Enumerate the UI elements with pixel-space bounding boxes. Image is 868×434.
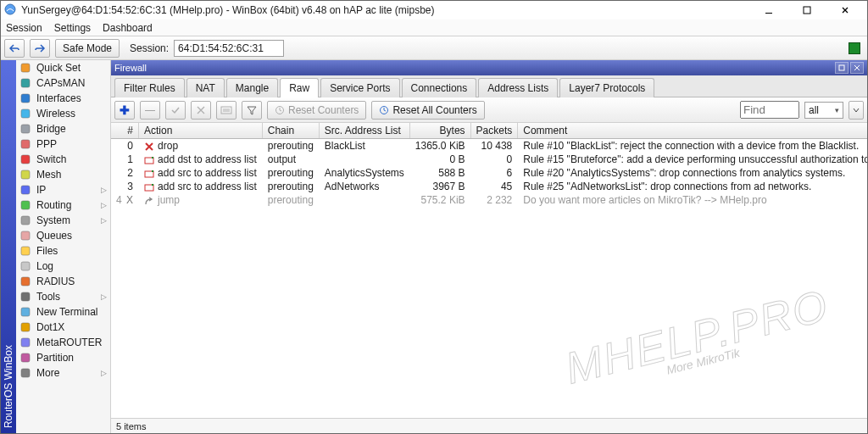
window-close-button[interactable]	[826, 1, 864, 19]
add-button[interactable]: ✚	[114, 101, 135, 120]
sidebar-item-queues[interactable]: Queues	[16, 228, 110, 243]
sidebar-item-label: Quick Set	[36, 62, 81, 74]
svg-rect-24	[839, 65, 844, 70]
disable-button[interactable]	[191, 101, 211, 120]
sidebar-item-radius[interactable]: RADIUS	[16, 274, 110, 289]
sidebar-icon	[19, 138, 31, 150]
panel-restore-button[interactable]	[835, 62, 849, 74]
table-row[interactable]: 3add src to address listpreroutingAdNetw…	[111, 180, 867, 193]
table-row[interactable]: 2add src to address listpreroutingAnalyt…	[111, 166, 867, 180]
sidebar-item-routing[interactable]: Routing▷	[16, 198, 110, 213]
svg-rect-23	[21, 369, 30, 377]
sidebar-item-capsman[interactable]: CAPsMAN	[16, 75, 110, 91]
sidebar-item-ppp[interactable]: PPP	[16, 136, 110, 152]
menu-settings[interactable]: Settings	[54, 22, 91, 34]
comment-button[interactable]	[216, 101, 236, 120]
sidebar-item-label: System	[36, 214, 70, 226]
panel-close-button[interactable]	[850, 62, 864, 74]
tab-service-ports[interactable]: Service Ports	[320, 78, 399, 97]
tab-mangle[interactable]: Mangle	[226, 78, 278, 97]
sidebar-icon	[19, 352, 31, 364]
sidebar-item-label: MetaROUTER	[36, 337, 102, 348]
table-header-row: #ActionChainSrc. Address ListBytesPacket…	[111, 123, 867, 139]
column-filter-select[interactable]: all	[804, 102, 843, 119]
sidebar-item-partition[interactable]: Partition	[16, 350, 110, 365]
chevron-right-icon: ▷	[101, 292, 107, 301]
sidebar-item-log[interactable]: Log	[16, 259, 110, 274]
menu-dashboard[interactable]: Dashboard	[103, 22, 153, 34]
chevron-right-icon: ▷	[101, 201, 107, 209]
sidebar-item-ip[interactable]: IP▷	[16, 182, 110, 198]
svg-rect-20	[21, 323, 30, 331]
tab-raw[interactable]: Raw	[280, 78, 319, 97]
redo-button[interactable]	[30, 39, 50, 58]
sidebar-item-switch[interactable]: Switch	[16, 152, 110, 167]
svg-rect-21	[21, 338, 30, 347]
table-row[interactable]: 1add dst to address listoutput0 B0Rule #…	[111, 153, 867, 166]
sidebar-item-interfaces[interactable]: Interfaces	[16, 91, 110, 106]
undo-button[interactable]	[4, 39, 25, 58]
session-field[interactable]: 64:D1:54:52:6C:31	[174, 40, 284, 57]
sidebar-item-wireless[interactable]: Wireless	[16, 106, 110, 121]
tab-nat[interactable]: NAT	[186, 78, 225, 97]
enable-button[interactable]	[165, 101, 186, 120]
menu-session[interactable]: Session	[6, 22, 42, 34]
chevron-right-icon: ▷	[101, 369, 107, 377]
sidebar-item-files[interactable]: Files	[16, 243, 110, 259]
svg-rect-14	[21, 231, 30, 240]
column-header[interactable]: Bytes	[409, 123, 470, 139]
safe-mode-button[interactable]: Safe Mode	[55, 39, 120, 58]
column-header[interactable]: Src. Address List	[319, 123, 409, 139]
svg-rect-19	[21, 308, 30, 316]
sidebar-item-dot1x[interactable]: Dot1X	[16, 320, 110, 335]
column-header[interactable]: Packets	[470, 123, 518, 139]
sidebar-item-label: PPP	[36, 138, 57, 150]
sidebar-icon	[19, 153, 31, 165]
window-title: YunSergey@64:D1:54:52:6C:31 (MHelp.pro) …	[21, 4, 749, 16]
tab-connections[interactable]: Connections	[402, 78, 477, 97]
sidebar-icon	[19, 77, 31, 89]
remove-button[interactable]: —	[140, 101, 160, 120]
sidebar-item-label: Log	[36, 260, 53, 272]
sidebar-item-new-terminal[interactable]: New Terminal	[16, 304, 110, 320]
branding-strip: RouterOS WinBox	[1, 60, 16, 433]
reset-counters-button[interactable]: Reset Counters	[267, 101, 366, 120]
filter-button[interactable]	[242, 101, 262, 120]
sidebar-icon	[19, 245, 31, 257]
chevron-right-icon: ▷	[101, 216, 107, 225]
statusbar: 5 items	[111, 418, 867, 433]
column-header[interactable]: Comment	[518, 123, 867, 139]
column-header[interactable]: Chain	[262, 123, 319, 139]
connection-status-indicator	[849, 42, 860, 54]
sidebar-item-bridge[interactable]: Bridge	[16, 121, 110, 136]
sidebar-icon	[19, 199, 31, 211]
sidebar-item-more[interactable]: More▷	[16, 365, 110, 381]
svg-rect-3	[21, 64, 30, 72]
sidebar-item-label: IP	[36, 184, 46, 196]
jump-icon	[144, 196, 154, 206]
svg-rect-2	[804, 7, 810, 14]
sidebar-item-quick-set[interactable]: Quick Set	[16, 60, 110, 75]
table-row[interactable]: 0droppreroutingBlackList1365.0 KiB10 438…	[111, 139, 867, 153]
column-header[interactable]: #	[111, 123, 139, 139]
column-header[interactable]: Action	[139, 123, 263, 139]
tabbar: Filter RulesNATMangleRawService PortsCon…	[111, 75, 867, 97]
sidebar-item-tools[interactable]: Tools▷	[16, 289, 110, 304]
reset-all-counters-button[interactable]: Reset All Counters	[371, 101, 484, 120]
window-minimize-button[interactable]	[749, 1, 787, 19]
filter-dropdown-button[interactable]	[849, 101, 864, 120]
tab-filter-rules[interactable]: Filter Rules	[114, 78, 185, 97]
window-maximize-button[interactable]	[787, 1, 826, 19]
svg-rect-10	[21, 170, 30, 179]
tab-layer7-protocols[interactable]: Layer7 Protocols	[559, 78, 654, 97]
tab-address-lists[interactable]: Address Lists	[478, 78, 558, 97]
sidebar-icon	[19, 367, 31, 379]
add-icon	[144, 169, 154, 179]
find-input[interactable]	[740, 101, 799, 119]
table-row[interactable]: 4 Xjumpprerouting575.2 KiB2 232Do you wa…	[111, 193, 867, 207]
sidebar-item-metarouter[interactable]: MetaROUTER	[16, 335, 110, 350]
sidebar-item-mesh[interactable]: Mesh	[16, 167, 110, 182]
svg-rect-9	[21, 155, 30, 164]
sidebar-item-system[interactable]: System▷	[16, 213, 110, 228]
sidebar-icon	[19, 184, 31, 196]
